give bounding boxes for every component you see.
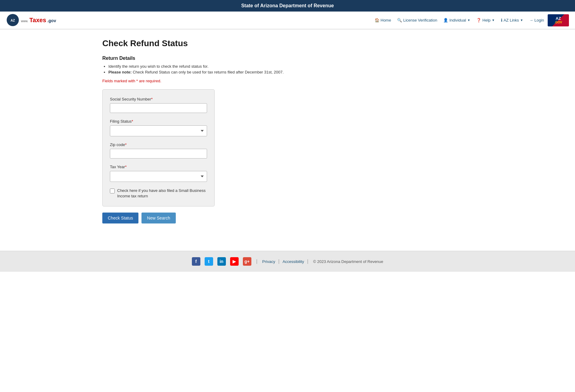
facebook-icon[interactable]: f (192, 257, 200, 266)
info-icon: ℹ (501, 18, 502, 22)
footer-sep-2: | (278, 259, 279, 264)
top-banner: State of Arizona Department of Revenue (0, 0, 575, 12)
accessibility-link[interactable]: Accessibility (283, 259, 304, 264)
social-icons: f t in ▶ g+ (192, 257, 251, 266)
instruction-2-text: Check Refund Status can only be used for… (133, 70, 284, 74)
linkedin-icon[interactable]: in (217, 257, 226, 266)
ssn-label: Social Security Number* (110, 97, 207, 101)
return-details-section: Return Details Identify the return you w… (102, 56, 473, 223)
main-content: Check Refund Status Return Details Ident… (90, 29, 485, 233)
small-business-label: Check here if you have also filed a Smal… (117, 188, 207, 199)
page-title: Check Refund Status (102, 39, 473, 48)
help-icon: ❓ (476, 18, 481, 22)
navbar: AZ www. Taxes .gov 🏠 Home 🔍 License Veri… (0, 12, 575, 29)
filing-status-label: Filing Status* (110, 119, 207, 124)
form-card: Social Security Number* Filing Status* S… (102, 89, 215, 206)
twitter-icon[interactable]: t (205, 257, 213, 266)
button-row: Check Status New Search (102, 213, 473, 223)
footer-inner: f t in ▶ g+ | Privacy | Accessibility | … (105, 257, 470, 266)
person-icon: 👤 (443, 18, 448, 22)
please-note-label: Please note: (108, 70, 132, 74)
small-business-checkbox-row: Check here if you have also filed a Smal… (110, 188, 207, 199)
check-status-button[interactable]: Check Status (102, 213, 138, 223)
footer: f t in ▶ g+ | Privacy | Accessibility | … (0, 251, 575, 272)
tax-year-group: Tax Year* 2023 2022 2021 2020 2019 2018 … (110, 165, 207, 182)
zip-input[interactable] (110, 149, 207, 159)
nav-license-verification[interactable]: 🔍 License Verification (395, 17, 440, 24)
section-title: Return Details (102, 56, 473, 61)
required-note: Fields marked with * are required. (102, 79, 473, 83)
nav-login[interactable]: → Login (527, 17, 546, 24)
nav-help[interactable]: ❓ Help ▼ (474, 17, 497, 24)
tax-year-select[interactable]: 2023 2022 2021 2020 2019 2018 2017 2016 … (110, 171, 207, 182)
gplus-icon[interactable]: g+ (243, 257, 251, 266)
instruction-1: Identify the return you wish to check th… (108, 64, 473, 69)
navbar-links: 🏠 Home 🔍 License Verification 👤 Individu… (372, 14, 569, 26)
copyright: © 2023 Arizona Department of Revenue (313, 259, 383, 264)
logo-www-text: www. Taxes .gov (21, 17, 56, 24)
footer-sep-1: | (256, 259, 257, 264)
nav-home[interactable]: 🏠 Home (372, 17, 394, 24)
az-gov-badge: AZ .GOV (548, 14, 569, 26)
instructions: Identify the return you wish to check th… (102, 64, 473, 74)
privacy-link[interactable]: Privacy (262, 259, 275, 264)
footer-sep-3: | (307, 259, 308, 264)
footer-links: Privacy | Accessibility | (262, 259, 308, 264)
new-search-button[interactable]: New Search (141, 213, 175, 223)
caret-azlinks: ▼ (520, 19, 523, 22)
tax-year-label: Tax Year* (110, 165, 207, 169)
small-business-checkbox[interactable] (110, 189, 115, 193)
nav-az-links[interactable]: ℹ AZ Links ▼ (498, 17, 526, 24)
svg-text:AZ: AZ (11, 19, 15, 22)
ssn-group: Social Security Number* (110, 97, 207, 113)
ssn-input[interactable] (110, 103, 207, 113)
nav-individual[interactable]: 👤 Individual ▼ (441, 17, 473, 24)
login-icon: → (529, 18, 533, 22)
search-icon: 🔍 (397, 18, 402, 22)
instruction-2: Please note: Check Refund Status can onl… (108, 70, 473, 74)
youtube-icon[interactable]: ▶ (230, 257, 239, 266)
caret-help: ▼ (492, 19, 495, 22)
home-icon: 🏠 (375, 18, 379, 22)
banner-title: State of Arizona Department of Revenue (241, 3, 334, 8)
filing-status-select[interactable]: Single Married Filing Jointly Married Fi… (110, 125, 207, 136)
logo-icon: AZ (6, 13, 20, 27)
zip-label: Zip code* (110, 142, 207, 147)
zip-group: Zip code* (110, 142, 207, 159)
caret-individual: ▼ (467, 19, 470, 22)
logo: AZ www. Taxes .gov (6, 13, 56, 27)
filing-status-group: Filing Status* Single Married Filing Joi… (110, 119, 207, 136)
